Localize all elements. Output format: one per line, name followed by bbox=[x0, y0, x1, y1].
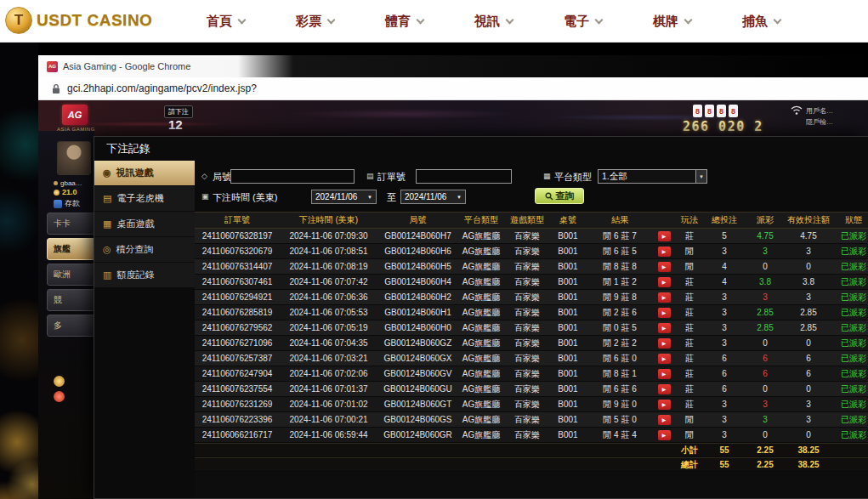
replay-button[interactable]: ▶ bbox=[658, 338, 671, 349]
nav-item-label: 電子 bbox=[564, 14, 589, 30]
replay-button[interactable]: ▶ bbox=[658, 384, 671, 394]
replay-button[interactable]: ▶ bbox=[658, 231, 671, 241]
cell-game: 百家樂 bbox=[504, 259, 550, 274]
replay-button[interactable]: ▶ bbox=[658, 354, 671, 364]
cell-order: 241106076314407 bbox=[195, 259, 280, 274]
lobby-menu-item[interactable]: 歐洲 bbox=[47, 264, 96, 286]
cell-time: 2024-11-06 07:07:42 bbox=[280, 275, 377, 289]
site-logo[interactable]: T USDT CASINO bbox=[5, 7, 152, 34]
replay-button[interactable]: ▶ bbox=[658, 262, 671, 272]
total-valid: 38.25 bbox=[786, 458, 831, 471]
username-text: gbaa… bbox=[60, 179, 82, 187]
cell-side: 莊 bbox=[674, 229, 705, 243]
order-input[interactable] bbox=[416, 169, 512, 184]
replay-button[interactable]: ▶ bbox=[658, 292, 671, 303]
cell-side: 莊 bbox=[674, 275, 705, 289]
search-button[interactable]: 查詢 bbox=[535, 188, 584, 204]
lobby-menu-item[interactable]: 卡卡 bbox=[47, 213, 96, 235]
cell-platform: AG旗艦廳 bbox=[458, 290, 504, 304]
total-bet: 55 bbox=[705, 458, 744, 471]
site-logo-text: USDT CASINO bbox=[37, 11, 152, 30]
subtotal-bet: 55 bbox=[705, 444, 744, 456]
cell-round: GB00124B060H1 bbox=[377, 305, 458, 320]
replay-button[interactable]: ▶ bbox=[658, 308, 671, 318]
cell-time: 2024-11-06 07:04:35 bbox=[280, 336, 377, 350]
site-header: T USDT CASINO 首頁彩票體育視訊電子棋牌捕魚 bbox=[0, 0, 868, 43]
cell-result: 閒 1 莊 2 bbox=[586, 275, 654, 289]
cell-result: 閒 5 莊 0 bbox=[586, 412, 654, 427]
replay-button[interactable]: ▶ bbox=[658, 247, 671, 257]
ag-user-panel: gbaa… 21.0 存款 卡卡旗艦歐洲競多 bbox=[38, 131, 94, 499]
cell-valid: 0 bbox=[786, 259, 831, 274]
nav-item-label: 彩票 bbox=[296, 14, 321, 30]
nav-item[interactable]: 捕魚 bbox=[742, 14, 780, 30]
replay-button[interactable]: ▶ bbox=[658, 400, 671, 410]
balance: 21.0 bbox=[54, 188, 77, 196]
nav-item[interactable]: 首頁 bbox=[207, 14, 245, 30]
cell-game: 百家樂 bbox=[504, 397, 550, 411]
cell-time: 2024-11-06 07:09:30 bbox=[280, 229, 377, 243]
total-round bbox=[377, 458, 458, 471]
cell-platform: AG旗艦廳 bbox=[458, 275, 504, 289]
subtotal-side: 小計 bbox=[674, 444, 705, 456]
cell-valid: 0 bbox=[786, 382, 831, 396]
date-to-picker[interactable]: 2024/11/06 ▼ bbox=[400, 190, 466, 204]
chevron-down-icon bbox=[506, 15, 514, 24]
avatar[interactable] bbox=[57, 141, 91, 175]
cell-side: 莊 bbox=[674, 366, 705, 381]
subtotal-result bbox=[586, 444, 654, 456]
cell-bet: 3 bbox=[705, 397, 744, 411]
ag-lobby-header: AG ASIA GAMING 請下注 12 8888 266 020 2 用戶名… bbox=[38, 100, 868, 136]
playing-card: 8 bbox=[693, 105, 702, 117]
cell-valid: 6 bbox=[786, 351, 831, 366]
lobby-menu-item[interactable]: 多 bbox=[47, 315, 96, 337]
cell-game: 百家樂 bbox=[504, 229, 550, 243]
replay-button[interactable]: ▶ bbox=[658, 369, 671, 379]
panel-icon[interactable] bbox=[54, 376, 65, 387]
cell-time: 2024-11-06 06:59:44 bbox=[280, 428, 377, 442]
cell-game: 百家樂 bbox=[504, 351, 550, 366]
nav-item[interactable]: 電子 bbox=[564, 14, 602, 30]
nav-item[interactable]: 視訊 bbox=[474, 14, 513, 30]
total-side: 總計 bbox=[674, 458, 705, 471]
replay-button[interactable]: ▶ bbox=[658, 323, 671, 333]
cell-valid: 3.8 bbox=[786, 275, 831, 289]
cell-game: 百家樂 bbox=[504, 305, 550, 320]
cell-order: 241106076294921 bbox=[195, 290, 280, 304]
cell-time: 2024-11-06 07:08:51 bbox=[280, 244, 377, 258]
cell-status: 已派彩 bbox=[831, 275, 868, 289]
cell-order: 241106076320679 bbox=[195, 244, 280, 258]
cell-valid: 3 bbox=[786, 244, 831, 258]
cell-table: B001 bbox=[550, 351, 586, 366]
deposit-button[interactable]: 存款 bbox=[54, 198, 80, 209]
platform-icon: ▦ bbox=[543, 172, 551, 180]
browser-addressbar[interactable]: gci.2hhapi.com/agingame/pcv2/index.jsp? bbox=[38, 77, 868, 100]
browser-titlebar[interactable]: AG Asia Gaming - Google Chrome bbox=[38, 55, 868, 77]
cell-side: 莊 bbox=[674, 320, 705, 335]
lobby-menu-item[interactable]: 競 bbox=[47, 289, 96, 311]
round-input[interactable] bbox=[230, 169, 355, 184]
cell-table: B001 bbox=[550, 428, 586, 442]
replay-button[interactable]: ▶ bbox=[658, 277, 671, 287]
header-payout: 派彩 bbox=[744, 213, 786, 228]
cell-table: B001 bbox=[550, 305, 586, 320]
header-round: 局號 bbox=[377, 213, 458, 228]
subtotal-order bbox=[195, 444, 280, 456]
cell-time: 2024-11-06 07:03:21 bbox=[280, 351, 377, 366]
panel-icon[interactable] bbox=[54, 391, 65, 402]
cell-order: 241106076279562 bbox=[195, 320, 280, 335]
nav-item[interactable]: 棋牌 bbox=[653, 14, 691, 30]
cell-platform: AG旗艦廳 bbox=[458, 412, 504, 427]
replay-button[interactable]: ▶ bbox=[658, 415, 671, 425]
date-from-picker[interactable]: 2024/11/06 ▼ bbox=[311, 190, 377, 204]
cell-round: GB00124B060H2 bbox=[377, 290, 458, 304]
lobby-menu-item[interactable]: 旗艦 bbox=[47, 238, 96, 260]
round-icon: ◇ bbox=[201, 172, 207, 180]
chevron-down-icon bbox=[417, 15, 425, 24]
platform-select[interactable]: 1.全部 ▼ bbox=[598, 169, 707, 184]
cell-table: B001 bbox=[550, 259, 586, 274]
cell-status: 已派彩 bbox=[831, 382, 868, 396]
nav-item[interactable]: 彩票 bbox=[296, 14, 334, 30]
replay-button[interactable]: ▶ bbox=[658, 430, 671, 440]
nav-item[interactable]: 體育 bbox=[385, 14, 423, 30]
